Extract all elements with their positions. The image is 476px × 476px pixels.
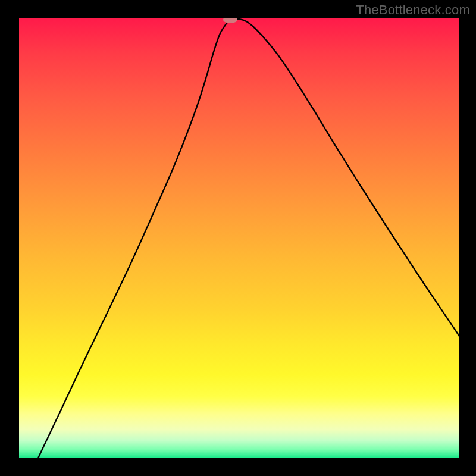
- watermark-text: TheBottleneck.com: [356, 2, 470, 18]
- pill-marker: [223, 18, 237, 23]
- chart-frame: TheBottleneck.com: [0, 0, 476, 476]
- bottleneck-curve: [38, 19, 459, 458]
- plot-area: [19, 18, 459, 458]
- chart-svg: [19, 18, 459, 458]
